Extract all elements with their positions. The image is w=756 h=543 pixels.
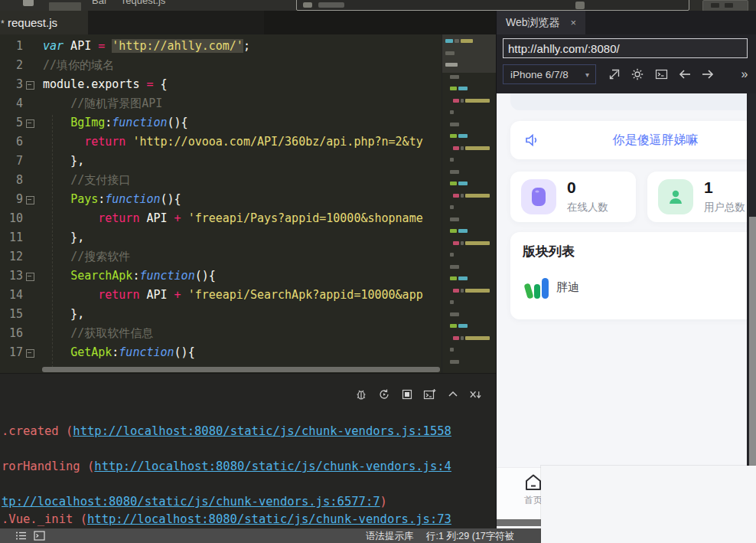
console-error-text: .created ( — [2, 424, 73, 438]
browser-tab-title: Web浏览器 — [506, 16, 560, 28]
debug-icon[interactable] — [354, 388, 367, 401]
fold-marker[interactable] — [23, 286, 37, 305]
console-link[interactable]: http://localhost:8080/static/js/chunk-ve… — [73, 424, 451, 438]
editor-panel: * request.js 1var API = 'http://ahlly.co… — [0, 11, 496, 528]
code-line: 3module.exports = { — [0, 75, 442, 94]
console-link[interactable]: http://localhost:8080/static/js/chunk-ve… — [94, 460, 451, 473]
minimap-row — [442, 276, 497, 280]
run-button-glyph — [725, 3, 733, 8]
fold-marker[interactable] — [23, 267, 37, 286]
minimap-row — [442, 194, 497, 198]
minimap-row — [442, 63, 497, 67]
fold-marker[interactable] — [23, 209, 37, 228]
fold-marker[interactable] — [23, 152, 37, 171]
fold-marker[interactable] — [23, 37, 37, 56]
code-line: 9 Pays:function(){ — [0, 190, 442, 209]
web-browser-panel: Web浏览器× iPhone 6/7/8 ▾ — [496, 11, 756, 528]
close-icon[interactable]: × — [571, 17, 577, 28]
outline-icon[interactable] — [15, 531, 27, 541]
line-number: 14 — [0, 286, 23, 305]
preview-vertical-scrollbar[interactable] — [748, 93, 756, 528]
terminal-icon[interactable] — [652, 65, 670, 83]
code-line: 1var API = 'http://ahlly.com/'; — [0, 37, 442, 56]
code-line: 11 }, — [0, 228, 442, 247]
toolbar-fragment-file[interactable]: request.js — [122, 0, 165, 6]
tab-request-js[interactable]: * request.js — [0, 11, 88, 34]
device-select[interactable]: iPhone 6/7/8 ▾ — [503, 64, 596, 84]
new-terminal-icon[interactable] — [423, 388, 436, 401]
fold-marker[interactable] — [23, 132, 37, 152]
fold-marker[interactable] — [23, 305, 37, 324]
fold-marker[interactable] — [23, 247, 37, 267]
fold-marker[interactable] — [23, 94, 37, 113]
popup-overlay — [541, 466, 756, 543]
search-option-button[interactable] — [575, 2, 585, 9]
stop-icon[interactable] — [400, 388, 413, 401]
line-number: 7 — [0, 152, 23, 171]
fold-marker[interactable] — [23, 190, 37, 209]
code-line: 13 SearchApk:function(){ — [0, 267, 442, 286]
minimap[interactable] — [442, 34, 497, 373]
dirty-marker: * — [1, 12, 5, 36]
console-link[interactable]: tp://localhost:8080/static/js/chunk-vend… — [2, 495, 380, 509]
restart-icon[interactable] — [377, 388, 390, 401]
global-search-input[interactable] — [296, 0, 689, 11]
fold-marker[interactable] — [23, 324, 37, 343]
collapse-icon[interactable] — [446, 388, 459, 401]
menu-icon[interactable] — [23, 0, 34, 6]
preview-page: 你是傻逼胖娣嘛 0 在线人数 1 用户总数 版 — [497, 93, 747, 528]
fold-marker[interactable] — [23, 56, 37, 75]
minimap-row — [442, 218, 497, 221]
back-arrow-icon[interactable] — [676, 65, 694, 83]
run-button-glyph — [711, 3, 719, 8]
fold-marker[interactable] — [23, 228, 37, 247]
console-error-text: ) — [380, 495, 387, 509]
minimap-row — [442, 146, 497, 150]
more-tools-icon[interactable]: » — [737, 65, 752, 83]
gear-icon[interactable] — [628, 65, 647, 83]
console-line: .Vue._init (http://localhost:8080/static… — [2, 512, 451, 526]
user-label: 用户总数 — [704, 201, 745, 214]
board-logo-icon[interactable] — [523, 273, 552, 303]
code-line: 15 }, — [0, 305, 442, 324]
code-line: 16 //获取软件信息 — [0, 324, 442, 343]
caret-position-label[interactable]: 行:1 列:29 (17字符被 — [426, 530, 514, 543]
line-number: 12 — [0, 247, 23, 267]
open-external-icon[interactable] — [604, 65, 623, 83]
terminal-status-icon[interactable] — [34, 531, 45, 541]
run-button[interactable] — [702, 0, 748, 11]
code-line: 4 //随机背景图API — [0, 94, 442, 113]
clear-icon[interactable] — [469, 388, 482, 401]
line-number: 2 — [0, 56, 23, 75]
minimap-row — [442, 170, 497, 174]
fold-marker[interactable] — [23, 343, 37, 362]
minimap-row — [442, 205, 497, 209]
search-icon — [303, 2, 312, 8]
forward-arrow-icon[interactable] — [699, 65, 717, 83]
device-select-value: iPhone 6/7/8 — [510, 69, 569, 80]
device-icon — [521, 179, 556, 214]
line-number: 9 — [0, 190, 23, 209]
fold-marker[interactable] — [23, 171, 37, 190]
tab-web-browser[interactable]: Web浏览器× — [497, 11, 585, 34]
editor-horizontal-scrollbar[interactable] — [42, 367, 440, 372]
url-input[interactable] — [503, 38, 748, 58]
notice-card[interactable]: 你是傻逼胖娣嘛 — [510, 121, 747, 159]
top-toolbar: Bar request.js — [0, 0, 756, 11]
board-item-name[interactable]: 胖迪 — [556, 280, 579, 295]
toolbar-fragment-label[interactable]: Bar — [92, 0, 107, 6]
fold-marker[interactable] — [23, 113, 37, 132]
minimap-row — [442, 182, 497, 185]
line-number: 4 — [0, 94, 23, 113]
console-link[interactable]: http://localhost:8080/static/js/chunk-ve… — [87, 512, 451, 526]
console-toolbar — [354, 388, 482, 401]
minimap-row — [442, 99, 497, 103]
code-editor[interactable]: 1var API = 'http://ahlly.com/';2//填你的域名3… — [0, 34, 496, 373]
syntax-hint-label[interactable]: 语法提示库 — [366, 530, 414, 543]
scrolled-card-bottom — [510, 93, 747, 110]
fold-marker[interactable] — [23, 75, 37, 94]
console-line: .created (http://localhost:8080/static/j… — [2, 424, 451, 438]
code-line: 7 }, — [0, 152, 442, 171]
line-number: 1 — [0, 37, 23, 56]
minimap-row — [442, 324, 497, 328]
